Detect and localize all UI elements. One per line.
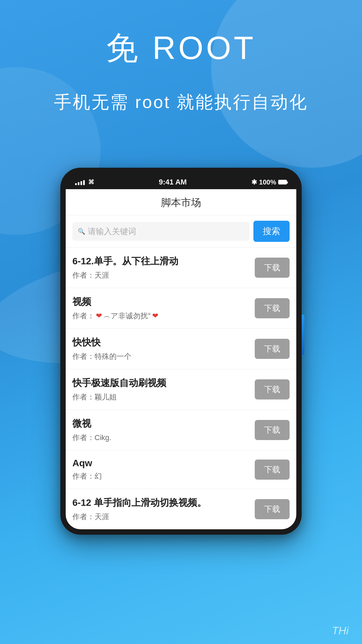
search-placeholder: 请输入关键词 <box>88 226 136 237</box>
search-bar: 🔍 请输入关键词 搜索 <box>66 215 296 248</box>
phone-mockup: ⌘ 9:41 AM ✱ 100% 脚本市场 🔍 请输入关键词 <box>60 168 302 535</box>
side-bar-decoration <box>302 315 304 355</box>
battery-icon <box>278 180 287 184</box>
app-title: 脚本市场 <box>66 189 296 215</box>
script-name-6: Aqw <box>72 458 255 469</box>
script-info-3: 快快快 作者：特殊的一个 <box>72 336 255 362</box>
script-name-7: 6-12 单手指向上滑动切换视频。 <box>72 496 255 509</box>
script-item-1: 6-12.单手。从下往上滑动 作者：天涯 下载 <box>66 248 296 288</box>
download-button-7[interactable]: 下载 <box>255 499 290 519</box>
signal-bar-1 <box>75 183 77 185</box>
script-info-4: 快手极速版自动刷视频 作者：颖儿姐 <box>72 377 255 402</box>
script-info-5: 微视 作者：Cikg. <box>72 417 255 443</box>
signal-icon <box>75 179 85 185</box>
status-right: ✱ 100% <box>251 178 287 186</box>
download-button-4[interactable]: 下载 <box>255 379 290 399</box>
phone-frame: ⌘ 9:41 AM ✱ 100% 脚本市场 🔍 请输入关键词 <box>60 168 302 535</box>
search-button[interactable]: 搜索 <box>253 221 290 242</box>
subtitle: 手机无需 root 就能执行自动化 <box>0 91 362 114</box>
status-time: 9:41 AM <box>159 178 187 186</box>
script-info-1: 6-12.单手。从下往上滑动 作者：天涯 <box>72 255 255 280</box>
author-name-2: ︵ア非诚勿扰° <box>103 311 151 321</box>
script-author-5: 作者：Cikg. <box>72 433 255 443</box>
download-button-6[interactable]: 下载 <box>255 460 290 480</box>
phone-screen: 脚本市场 🔍 请输入关键词 搜索 6-12.单手。从下往上滑动 作者：天涯 下载 <box>66 189 296 529</box>
author-prefix-2: 作者： <box>72 311 95 321</box>
script-item-2: 视频 作者： ❤ ︵ア非诚勿扰° ❤ 下载 <box>66 288 296 329</box>
signal-bar-3 <box>80 181 82 185</box>
script-item-6: Aqw 作者：幻 下载 <box>66 450 296 489</box>
script-name-5: 微视 <box>72 417 255 430</box>
script-author-3: 作者：特殊的一个 <box>72 352 255 362</box>
script-item-7: 6-12 单手指向上滑动切换视频。 作者：天涯 下载 <box>66 489 296 529</box>
download-button-5[interactable]: 下载 <box>255 420 290 440</box>
status-left: ⌘ <box>75 178 94 186</box>
script-item-4: 快手极速版自动刷视频 作者：颖儿姐 下载 <box>66 369 296 410</box>
wifi-icon: ⌘ <box>88 178 94 186</box>
script-author-1: 作者：天涯 <box>72 270 255 280</box>
script-author-6: 作者：幻 <box>72 471 255 481</box>
battery-percent: 100% <box>259 178 276 186</box>
script-item-3: 快快快 作者：特殊的一个 下载 <box>66 329 296 369</box>
hero-section: 免 ROOT 手机无需 root 就能执行自动化 <box>0 27 362 114</box>
script-name-1: 6-12.单手。从下往上滑动 <box>72 255 255 268</box>
script-author-7: 作者：天涯 <box>72 512 255 522</box>
script-info-7: 6-12 单手指向上滑动切换视频。 作者：天涯 <box>72 496 255 522</box>
status-bar: ⌘ 9:41 AM ✱ 100% <box>66 173 296 189</box>
script-name-4: 快手极速版自动刷视频 <box>72 377 255 389</box>
download-button-3[interactable]: 下载 <box>255 339 290 359</box>
search-icon: 🔍 <box>78 228 85 235</box>
heart-icon-left: ❤ <box>96 312 102 320</box>
script-name-3: 快快快 <box>72 336 255 349</box>
signal-bar-2 <box>78 182 79 185</box>
download-button-1[interactable]: 下载 <box>255 258 290 278</box>
script-author-4: 作者：颖儿姐 <box>72 392 255 402</box>
search-input-container[interactable]: 🔍 请输入关键词 <box>72 222 249 241</box>
bottom-area: THi <box>0 617 362 644</box>
script-item-5: 微视 作者：Cikg. 下载 <box>66 410 296 450</box>
main-title: 免 ROOT <box>0 27 362 70</box>
script-author-2: 作者： ❤ ︵ア非诚勿扰° ❤ <box>72 311 255 321</box>
script-info-6: Aqw 作者：幻 <box>72 458 255 481</box>
signal-bar-4 <box>83 180 85 185</box>
watermark-text: THi <box>332 625 349 637</box>
script-name-2: 视频 <box>72 296 255 308</box>
script-info-2: 视频 作者： ❤ ︵ア非诚勿扰° ❤ <box>72 296 255 321</box>
download-button-2[interactable]: 下载 <box>255 298 290 318</box>
heart-icon-right: ❤ <box>152 312 158 320</box>
bluetooth-icon: ✱ <box>251 178 257 186</box>
